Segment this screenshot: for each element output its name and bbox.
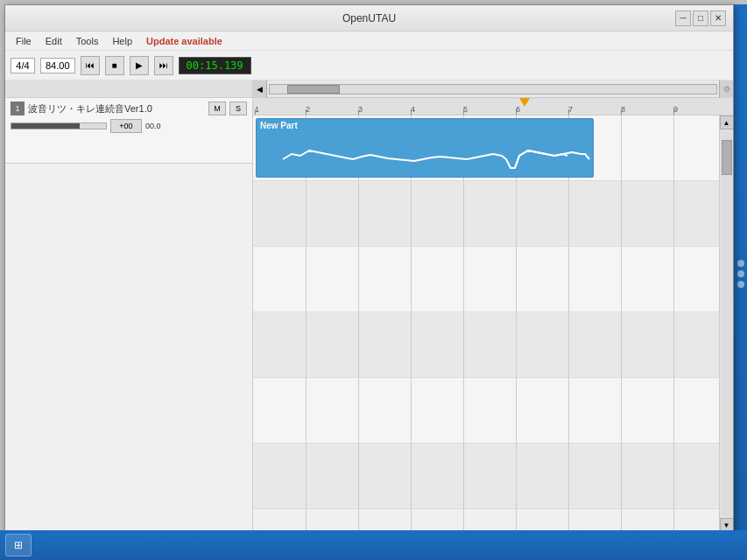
forward-button[interactable]: ⏭	[154, 56, 173, 75]
mute-button[interactable]: M	[208, 102, 226, 116]
horizontal-scrollbar-bar: ◀ ▶ ⚙	[253, 80, 733, 98]
horizontal-scrollbar[interactable]	[269, 84, 717, 94]
ruler-tick-4: 4	[411, 105, 415, 115]
solo-button[interactable]: S	[229, 102, 247, 116]
grid-row-5	[253, 378, 719, 444]
grid-col-4	[411, 116, 412, 532]
scroll-left-button[interactable]: ◀	[253, 80, 267, 98]
part-block[interactable]: New Part	[256, 118, 594, 178]
track-name-row: 1 波音リツ・キレ連続音Ver1.0 M S	[11, 102, 247, 116]
scroll-up-button[interactable]: ▲	[720, 116, 734, 130]
grid-col-9	[673, 116, 674, 532]
seq-content[interactable]: New Part	[253, 116, 719, 532]
grid-col-5	[463, 116, 464, 532]
main-area: 1 波音リツ・キレ連続音Ver1.0 M S +00 00.0	[5, 80, 733, 546]
playhead-triangle	[519, 98, 530, 107]
play-button[interactable]: ▶	[130, 56, 149, 75]
track-row: 1 波音リツ・キレ連続音Ver1.0 M S +00 00.0	[5, 98, 252, 164]
grid-col-2	[306, 116, 307, 532]
ruler-tick-1: 1	[255, 105, 259, 115]
start-button[interactable]: ⊞	[5, 534, 32, 556]
grid-row-4	[253, 312, 719, 378]
taskbar: ⊞	[0, 530, 747, 560]
timeline-ruler: 1 2 3 4 5 6 7 8 9	[253, 98, 733, 116]
grid-row-2	[253, 181, 719, 247]
window-title: OpenUTAU	[63, 12, 675, 24]
ruler-tick-9: 9	[673, 105, 678, 115]
track-name: 波音リツ・キレ連続音Ver1.0	[28, 102, 205, 116]
sidebar-dot	[737, 281, 744, 288]
grid-row-6	[253, 444, 719, 509]
volume-slider[interactable]	[11, 122, 107, 130]
transport-bar: 4/4 84.00 ⏮ ■ ▶ ⏭ 00:15.139	[5, 51, 733, 80]
track-list-header	[5, 80, 252, 98]
part-waveform	[257, 135, 594, 170]
rewind-button[interactable]: ⏮	[81, 56, 100, 75]
vertical-scrollbar: ▲ ▼	[719, 116, 733, 532]
ruler-tick-7: 7	[568, 105, 573, 115]
grid-col-3	[358, 116, 359, 532]
app-window: OpenUTAU ─ □ ✕ File Edit Tools Help Upda…	[4, 4, 734, 547]
part-label: New Part	[257, 119, 593, 132]
grid-col-8	[621, 116, 622, 532]
ruler-tick-5: 5	[463, 105, 468, 115]
scroll-thumb[interactable]	[722, 140, 732, 175]
volume-slider-fill	[11, 123, 80, 129]
menu-tools[interactable]: Tools	[69, 34, 106, 48]
menu-update[interactable]: Update available	[139, 34, 229, 48]
minimize-button[interactable]: ─	[675, 10, 691, 26]
grid-col-7	[568, 116, 569, 532]
sidebar-dot	[737, 270, 744, 277]
grid-row-3	[253, 247, 719, 312]
menu-help[interactable]: Help	[105, 34, 139, 48]
track-list-empty	[5, 164, 252, 546]
volume-value: 00.0	[145, 122, 161, 130]
ruler-tick-6: 6	[516, 105, 520, 115]
pan-control[interactable]: +00	[110, 119, 142, 133]
track-list: 1 波音リツ・キレ連続音Ver1.0 M S +00 00.0	[5, 80, 253, 546]
playhead-marker[interactable]: ⚙	[719, 80, 733, 98]
ruler-tick-8: 8	[621, 105, 625, 115]
track-volume-row: +00 00.0	[11, 119, 247, 133]
sequencer-area: ◀ ▶ ⚙ 1 2 3 4 5 6 7 8 9	[253, 80, 733, 546]
tempo-display[interactable]: 84.00	[40, 58, 75, 74]
stop-button[interactable]: ■	[105, 56, 124, 75]
window-controls: ─ □ ✕	[675, 10, 726, 26]
time-signature[interactable]: 4/4	[11, 58, 35, 74]
title-bar: OpenUTAU ─ □ ✕	[5, 5, 733, 32]
grid-col-6	[516, 116, 517, 532]
track-number: 1	[11, 102, 25, 116]
menu-edit[interactable]: Edit	[39, 34, 69, 48]
time-display: 00:15.139	[179, 57, 251, 74]
close-button[interactable]: ✕	[710, 10, 726, 26]
scroll-track[interactable]	[722, 131, 732, 516]
ruler-tick-3: 3	[358, 105, 363, 115]
sidebar-dot	[737, 260, 744, 267]
seq-content-wrapper: New Part ▲	[253, 116, 733, 532]
menu-bar: File Edit Tools Help Update available	[5, 32, 733, 51]
right-sidebar	[734, 4, 747, 542]
menu-file[interactable]: File	[9, 34, 39, 48]
scrollbar-thumb[interactable]	[287, 85, 340, 94]
maximize-button[interactable]: □	[693, 10, 708, 26]
ruler-tick-2: 2	[306, 105, 310, 115]
